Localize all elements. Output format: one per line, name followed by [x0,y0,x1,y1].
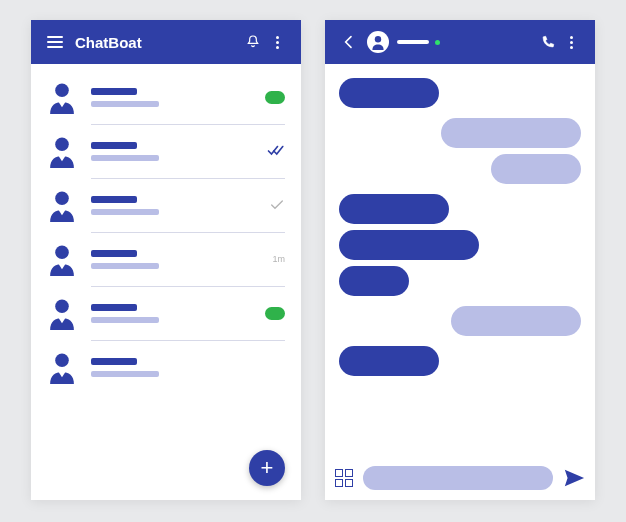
contact-status [249,307,285,320]
contact-name [91,250,137,257]
contact-row[interactable] [31,340,301,394]
contact-status [249,91,285,104]
contact-text [91,142,237,161]
apps-icon[interactable] [335,469,353,487]
chat-screen [325,20,595,500]
svg-point-6 [375,36,381,42]
contact-name [91,142,137,149]
contact-preview [91,317,159,323]
message-group [339,306,581,336]
message-bubble[interactable] [339,230,479,260]
chat-name-area [397,40,535,45]
message-group [339,78,581,108]
contact-name [91,358,137,365]
online-indicator [435,40,440,45]
avatar-icon [45,296,79,330]
contact-text [91,250,237,269]
message-group [339,194,581,296]
svg-point-0 [55,83,69,97]
contact-row[interactable]: 1m [31,232,301,286]
contacts-header: ChatBoat [31,20,301,64]
new-chat-button[interactable]: + [249,450,285,486]
svg-point-4 [55,299,69,313]
plus-icon: + [261,457,274,479]
chat-header [325,20,595,64]
send-button[interactable] [563,467,585,489]
back-icon[interactable] [337,30,361,54]
message-bubble[interactable] [451,306,581,336]
unread-badge [265,307,285,320]
contact-text [91,304,237,323]
contacts-list: 1m + [31,64,301,500]
message-bubble[interactable] [339,346,439,376]
svg-point-3 [55,245,69,259]
contacts-screen: ChatBoat [31,20,301,500]
chat-avatar[interactable] [367,31,389,53]
contact-name [91,196,137,203]
app-title: ChatBoat [75,34,241,51]
contact-text [91,88,237,107]
svg-point-1 [55,137,69,151]
contact-row[interactable] [31,124,301,178]
more-icon[interactable] [559,30,583,54]
message-group [339,118,581,184]
message-bubble[interactable] [441,118,581,148]
contact-text [91,358,237,377]
avatar-icon [45,80,79,114]
contact-name [91,88,137,95]
contact-preview [91,263,159,269]
contact-preview [91,101,159,107]
contact-row[interactable] [31,286,301,340]
avatar-icon [45,350,79,384]
avatar-icon [45,242,79,276]
composer [325,456,595,500]
time-text: 1m [272,254,285,264]
call-icon[interactable] [535,30,559,54]
notifications-icon[interactable] [241,30,265,54]
contact-preview [91,209,159,215]
messages-area[interactable] [325,64,595,456]
message-bubble[interactable] [491,154,581,184]
sent-icon [249,197,285,213]
avatar-icon [45,134,79,168]
svg-point-5 [55,353,69,367]
contact-name [91,304,137,311]
avatar-icon [45,188,79,222]
message-group [339,346,581,376]
message-bubble[interactable] [339,266,409,296]
svg-point-2 [55,191,69,205]
contact-row[interactable] [31,178,301,232]
message-input[interactable] [363,466,553,490]
message-bubble[interactable] [339,78,439,108]
more-icon[interactable] [265,30,289,54]
message-bubble[interactable] [339,194,449,224]
contact-preview [91,371,159,377]
contact-preview [91,155,159,161]
time-label: 1m [249,254,285,264]
read-icon [249,142,285,160]
contact-text [91,196,237,215]
menu-icon[interactable] [43,30,67,54]
unread-badge [265,91,285,104]
contact-row[interactable] [31,70,301,124]
chat-contact-name [397,40,429,44]
